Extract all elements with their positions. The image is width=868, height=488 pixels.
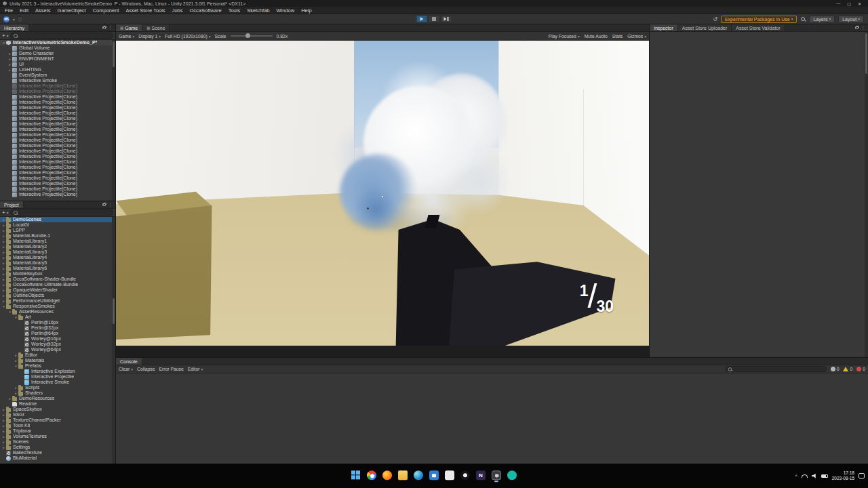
hierarchy-item[interactable]: Interactive Projectile(Clone) [0, 110, 112, 116]
expand-arrow[interactable]: ▸ [7, 62, 12, 67]
hierarchy-item[interactable]: ▸Demo Character [0, 51, 112, 56]
project-item[interactable]: ▸MaterialLibrary3 [0, 249, 112, 255]
expand-arrow[interactable]: ▸ [1, 439, 6, 445]
expand-arrow[interactable]: ▾ [1, 40, 6, 45]
project-item[interactable]: Interactive Projectile [0, 374, 112, 380]
hierarchy-item[interactable]: Interactive Projectile(Clone) [0, 94, 112, 100]
expand-arrow[interactable]: ▸ [1, 293, 6, 298]
wifi-icon[interactable] [802, 474, 808, 478]
taskbar-unity-editor-icon[interactable] [492, 470, 501, 480]
gizmos-dropdown[interactable]: Gizmos [627, 34, 646, 39]
hierarchy-item[interactable]: Interactive Projectile(Clone) [0, 105, 112, 110]
project-item[interactable]: Readme [0, 401, 112, 407]
console-log-area[interactable] [116, 373, 868, 464]
tab-game[interactable]: Game [116, 24, 142, 31]
project-item[interactable]: ▾Art [0, 314, 112, 320]
project-item[interactable]: ▸Materials [0, 358, 112, 363]
stats-toggle[interactable]: Stats [612, 34, 623, 39]
hierarchy-item[interactable]: Interactive Projectile(Clone) [0, 192, 112, 197]
console-warning-counter[interactable]: 0 [843, 367, 852, 371]
project-item[interactable]: ▸OutlineObjects [0, 293, 112, 298]
menu-jobs[interactable]: Jobs [169, 7, 186, 14]
pause-button[interactable] [429, 15, 440, 23]
expand-arrow[interactable]: ▸ [1, 217, 6, 222]
hierarchy-search-input[interactable] [19, 33, 111, 38]
expand-arrow[interactable]: ▸ [1, 244, 6, 249]
title-bar[interactable]: Unity 2021.3 - InteractiveVolumetricSmok… [0, 0, 868, 7]
menu-component[interactable]: Component [90, 7, 123, 14]
taskbar-chrome-icon[interactable] [367, 470, 376, 480]
add-asset-button[interactable]: + [2, 209, 8, 216]
expand-arrow[interactable]: ▸ [14, 390, 18, 396]
expand-arrow[interactable]: ▸ [1, 282, 6, 287]
hierarchy-item[interactable]: Interactive Projectile(Clone) [0, 154, 112, 159]
expand-arrow[interactable]: ▸ [7, 51, 12, 56]
hierarchy-item[interactable]: Interactive Projectile(Clone) [0, 176, 112, 181]
project-item[interactable]: ▸DemoResources [0, 396, 112, 401]
project-item[interactable]: ▸Toon Kit [0, 423, 112, 428]
project-item[interactable]: Perlin@16px [0, 320, 112, 325]
taskbar-file-explorer-icon[interactable] [398, 470, 408, 480]
project-item[interactable]: ▸Editor [0, 352, 112, 358]
taskbar-start-icon[interactable] [351, 470, 361, 480]
project-item[interactable]: Interactive Explosion [0, 369, 112, 374]
undo-history-icon[interactable] [713, 16, 717, 22]
project-item[interactable]: ▸SpaceSkybox [0, 407, 112, 412]
expand-arrow[interactable]: ▾ [14, 363, 18, 369]
hierarchy-item[interactable]: ▸LIGHTING [0, 67, 112, 73]
maximize-button[interactable]: ▢ [847, 1, 851, 6]
console-info-counter[interactable]: 0 [831, 367, 840, 371]
hierarchy-item[interactable]: Interactive Projectile(Clone) [0, 186, 112, 192]
expand-arrow[interactable]: ▸ [1, 260, 6, 266]
game-mode-dropdown[interactable]: Game [119, 34, 134, 39]
menu-assets[interactable]: Assets [32, 7, 54, 14]
menu-edit[interactable]: Edit [16, 7, 32, 14]
expand-arrow[interactable]: ▸ [1, 412, 6, 418]
project-item[interactable]: ▸MobileSkybox [0, 271, 112, 277]
project-item[interactable]: ▸MaterialLibrary4 [0, 255, 112, 260]
experimental-packages-badge[interactable]: Experimental Packages In Use [721, 16, 797, 23]
project-item[interactable]: Interactive Smoke [0, 380, 112, 385]
project-item[interactable]: ▸SSGI [0, 412, 112, 418]
account-avatar[interactable]: MS [3, 16, 9, 22]
hierarchy-item[interactable]: Interactive Projectile(Clone) [0, 89, 112, 94]
hierarchy-scrollbar[interactable] [112, 40, 115, 201]
hierarchy-item[interactable]: Interactive Projectile(Clone) [0, 148, 112, 154]
layers-dropdown[interactable]: Layers [809, 16, 835, 23]
project-search-input[interactable] [19, 210, 111, 215]
inspector-scrollbar[interactable] [865, 32, 868, 357]
expand-arrow[interactable]: ▸ [1, 266, 6, 271]
expand-arrow[interactable]: ▸ [14, 385, 18, 390]
expand-arrow[interactable]: ▸ [1, 423, 6, 428]
layout-dropdown[interactable]: Layout [838, 16, 864, 23]
add-gameobject-button[interactable]: + [2, 33, 8, 39]
hierarchy-item[interactable]: Interactive Projectile(Clone) [0, 127, 112, 132]
hierarchy-item[interactable]: Interactive Projectile(Clone) [0, 83, 112, 89]
expand-arrow[interactable]: ▸ [1, 418, 6, 423]
project-item[interactable]: ▸Scripts [0, 385, 112, 390]
hierarchy-item[interactable]: Interactive Projectile(Clone) [0, 165, 112, 170]
hierarchy-item[interactable]: Interactive Projectile(Clone) [0, 181, 112, 186]
project-item[interactable]: ▾AssetResources [0, 309, 112, 314]
tab-scene[interactable]: Scene [142, 24, 170, 31]
project-item[interactable]: ▸LocalGI [0, 222, 112, 228]
expand-arrow[interactable]: ▾ [7, 309, 12, 314]
project-item[interactable]: ▸VolumeTextures [0, 434, 112, 439]
hierarchy-item[interactable]: Interactive Projectile(Clone) [0, 143, 112, 148]
mute-audio-toggle[interactable]: Mute Audio [585, 34, 608, 39]
project-item[interactable]: Perlin@32px [0, 325, 112, 331]
tab-console[interactable]: Console [116, 358, 142, 365]
taskbar-clock[interactable]: 17:18 2023-08-15 [832, 470, 854, 481]
expand-arrow[interactable]: ▸ [14, 358, 18, 363]
project-item[interactable]: ▸OccaSoftware-Shader-Bundle [0, 277, 112, 282]
project-item[interactable]: ▸Material-Bundle-1 [0, 233, 112, 239]
taskbar-github-icon[interactable] [460, 470, 470, 480]
expand-arrow[interactable]: ▸ [1, 428, 6, 434]
project-item[interactable]: ▸OccaSoftware-Ultimate-Bundle [0, 282, 112, 287]
project-item[interactable]: ▸OpaqueWaterShader [0, 287, 112, 293]
panel-menu-icon[interactable] [108, 202, 113, 207]
menu-asset-store-tools[interactable]: Asset Store Tools [122, 7, 168, 14]
hierarchy-item[interactable]: Interactive Smoke [0, 78, 112, 83]
expand-arrow[interactable]: ▸ [1, 407, 6, 412]
expand-arrow[interactable]: ▾ [1, 304, 6, 309]
